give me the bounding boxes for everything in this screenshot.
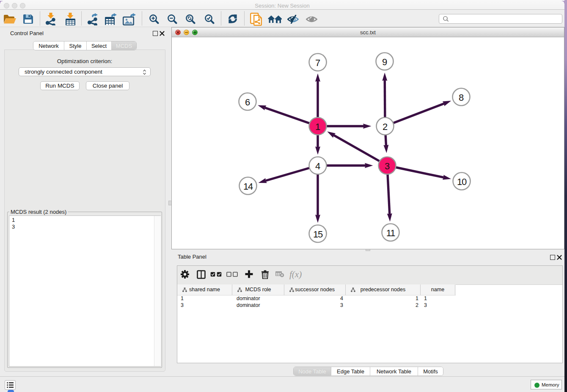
svg-text:14: 14 (243, 181, 253, 192)
svg-text:15: 15 (313, 229, 323, 240)
svg-text:2: 2 (383, 121, 388, 132)
svg-text:6: 6 (245, 97, 250, 108)
svg-text:4: 4 (315, 161, 320, 171)
svg-text:1: 1 (315, 121, 320, 132)
svg-text:11: 11 (386, 228, 395, 238)
svg-text:3: 3 (385, 161, 390, 171)
svg-text:9: 9 (382, 57, 387, 67)
svg-text:10: 10 (457, 177, 467, 187)
svg-text:8: 8 (459, 92, 464, 103)
svg-text:7: 7 (315, 58, 320, 68)
